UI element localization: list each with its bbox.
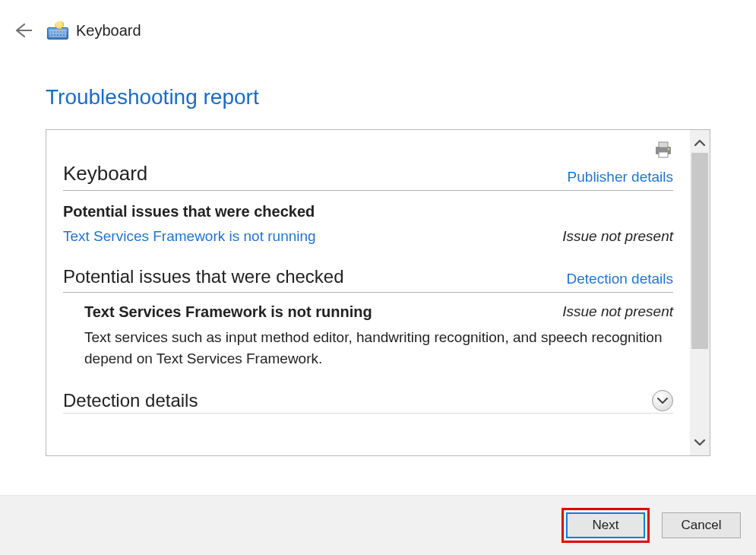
scrollbar[interactable] xyxy=(690,130,710,455)
section-keyboard-title: Keyboard xyxy=(63,162,147,186)
back-button[interactable] xyxy=(11,18,35,43)
issue-detail-status: Issue not present xyxy=(562,303,673,320)
scroll-up-button[interactable] xyxy=(690,133,710,153)
issue-status: Issue not present xyxy=(562,228,673,245)
issue-detail-title: Text Services Framework is not running xyxy=(84,303,372,321)
detection-details-link[interactable]: Detection details xyxy=(567,271,673,287)
back-arrow-icon xyxy=(14,23,32,38)
chevron-up-icon xyxy=(694,139,705,147)
next-button-highlight: Next xyxy=(561,508,650,543)
chevron-down-icon xyxy=(694,439,705,446)
svg-rect-1 xyxy=(659,142,668,147)
report-frame: Keyboard Publisher details Potential iss… xyxy=(46,129,710,456)
scroll-down-button[interactable] xyxy=(690,433,710,452)
next-button[interactable]: Next xyxy=(566,512,645,538)
cancel-button[interactable]: Cancel xyxy=(662,512,741,538)
checked-heading: Potential issues that were checked xyxy=(63,203,673,220)
expand-detection-button[interactable] xyxy=(652,390,673,411)
section-keyboard-header: Keyboard Publisher details xyxy=(63,162,673,191)
title-wrap: Keyboard xyxy=(47,21,141,40)
scroll-track[interactable] xyxy=(690,153,710,433)
detection-details-title: Detection details xyxy=(63,390,198,411)
header: Keyboard xyxy=(0,0,756,43)
report-content: Keyboard Publisher details Potential iss… xyxy=(46,130,690,455)
svg-rect-2 xyxy=(659,152,668,157)
scroll-thumb[interactable] xyxy=(691,153,708,349)
section-checked-header: Potential issues that were checked Detec… xyxy=(63,266,673,293)
chevron-down-icon xyxy=(657,397,668,404)
issue-row: Text Services Framework is not running I… xyxy=(63,228,673,245)
issue-name-link[interactable]: Text Services Framework is not running xyxy=(63,228,316,245)
printer-icon xyxy=(653,141,673,159)
print-button[interactable] xyxy=(653,141,673,159)
troubleshooter-window: Keyboard Troubleshooting report xyxy=(0,0,756,555)
svg-point-3 xyxy=(668,148,670,151)
issue-detail-row: Text Services Framework is not running I… xyxy=(84,303,673,321)
section-checked-title: Potential issues that were checked xyxy=(63,266,344,287)
main-area: Troubleshooting report Keyboard xyxy=(0,43,756,495)
detection-details-header: Detection details xyxy=(63,390,673,414)
window-title: Keyboard xyxy=(76,22,141,40)
issue-detail-block: Text Services Framework is not running I… xyxy=(63,293,673,369)
keyboard-icon xyxy=(47,21,68,40)
issue-detail-desc: Text services such as input method edito… xyxy=(84,327,673,369)
footer: Next Cancel xyxy=(0,495,756,555)
page-title: Troubleshooting report xyxy=(46,85,710,109)
print-row xyxy=(63,141,673,159)
publisher-details-link[interactable]: Publisher details xyxy=(568,169,673,186)
